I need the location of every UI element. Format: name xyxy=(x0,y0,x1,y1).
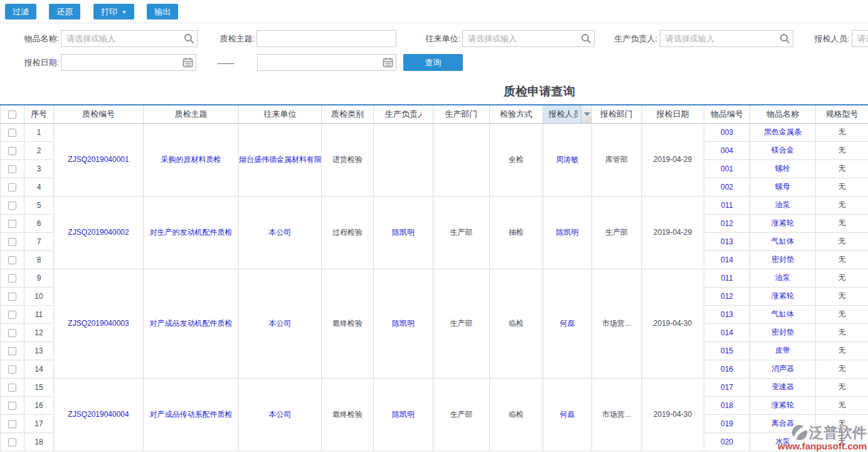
item-name-cell-link[interactable]: 黑色金属条 xyxy=(764,127,802,136)
row-checkbox[interactable] xyxy=(8,420,16,428)
item-name-cell-link[interactable]: 离合器 xyxy=(771,419,794,428)
unit-cell-link[interactable]: 烟台盛伟德金属材料有限公司 xyxy=(239,155,322,164)
inspector-cell-link[interactable]: 周涛敏 xyxy=(556,155,579,164)
item-code-cell-link[interactable]: 013 xyxy=(721,237,733,246)
column-header-3[interactable]: 往来单位 xyxy=(239,105,322,123)
item-name-cell-link[interactable]: 涨紧轮 xyxy=(771,401,794,409)
row-checkbox[interactable] xyxy=(8,183,16,191)
sort-dropdown-button[interactable] xyxy=(581,105,591,123)
row-checkbox[interactable] xyxy=(8,165,16,173)
item-code-cell-link[interactable]: 004 xyxy=(721,146,733,155)
row-checkbox[interactable] xyxy=(8,329,16,337)
search-icon[interactable] xyxy=(184,33,194,44)
row-checkbox[interactable] xyxy=(8,274,16,282)
item-name-cell-link[interactable]: 涨紧轮 xyxy=(771,218,794,227)
item-code-cell-link[interactable]: 019 xyxy=(721,419,733,428)
unit-cell-link[interactable]: 本公司 xyxy=(269,410,292,419)
item-code-cell-link[interactable]: 011 xyxy=(721,274,733,282)
item-code-cell-link[interactable]: 016 xyxy=(721,365,733,374)
date-from-input[interactable] xyxy=(61,54,196,71)
column-header-6[interactable]: 生产部门 xyxy=(433,105,490,123)
inspector-cell-link[interactable]: 何磊 xyxy=(560,410,575,419)
column-header-2[interactable]: 质检主题 xyxy=(144,105,239,123)
item-code-cell-link[interactable]: 014 xyxy=(721,328,733,337)
calendar-icon[interactable] xyxy=(383,57,393,68)
row-checkbox[interactable] xyxy=(8,365,16,374)
item-name-input[interactable] xyxy=(61,30,198,47)
item-code-cell-link[interactable]: 003 xyxy=(721,128,733,137)
column-header-10[interactable]: 报检日期 xyxy=(642,105,704,123)
item-code-cell-link[interactable]: 017 xyxy=(721,383,733,392)
unit-cell-link[interactable]: 本公司 xyxy=(269,319,292,328)
column-header-11[interactable]: 物品编号 xyxy=(704,105,750,123)
producer-cell-link[interactable]: 陈凯明 xyxy=(392,228,415,237)
item-code-cell-link[interactable]: 018 xyxy=(721,401,733,410)
column-header-5[interactable]: 生产负责人 xyxy=(374,105,433,123)
row-checkbox[interactable] xyxy=(8,384,16,392)
filter-button[interactable]: 过滤 xyxy=(5,4,36,19)
producer-cell-link[interactable]: 陈凯明 xyxy=(392,319,415,328)
search-icon[interactable] xyxy=(780,33,790,44)
select-all-checkbox[interactable] xyxy=(8,110,16,119)
column-header-4[interactable]: 质检类别 xyxy=(322,105,374,123)
item-name-cell-link[interactable]: 变速器 xyxy=(771,382,794,391)
inspector-cell-link[interactable]: 何磊 xyxy=(560,319,575,328)
qc-number-cell-link[interactable]: ZJSQ2019040002 xyxy=(68,228,129,237)
item-name-cell-link[interactable]: 密封垫 xyxy=(771,255,794,264)
item-name-cell-link[interactable]: 涨紧轮 xyxy=(771,291,794,300)
item-code-cell-link[interactable]: 001 xyxy=(721,164,733,173)
qc-topic-cell-link[interactable]: 采购的原材料质检 xyxy=(161,155,221,164)
item-code-cell-link[interactable]: 012 xyxy=(721,292,733,301)
output-button[interactable]: 输出 xyxy=(147,4,178,19)
row-checkbox[interactable] xyxy=(8,293,16,301)
qc-number-cell-link[interactable]: ZJSQ2019040003 xyxy=(68,319,129,328)
unit-cell-link[interactable]: 本公司 xyxy=(269,228,292,237)
column-header-13[interactable]: 规格型号 xyxy=(816,105,868,123)
row-checkbox[interactable] xyxy=(8,311,16,319)
item-name-cell-link[interactable]: 气缸体 xyxy=(771,309,794,318)
item-name-cell-link[interactable]: 螺母 xyxy=(775,182,790,191)
item-code-cell-link[interactable]: 014 xyxy=(721,256,733,264)
row-checkbox[interactable] xyxy=(8,256,16,264)
column-header-7[interactable]: 检验方式 xyxy=(490,105,543,123)
item-code-cell-link[interactable]: 013 xyxy=(721,310,733,319)
column-header-9[interactable]: 报检部门 xyxy=(592,105,642,123)
search-button[interactable]: 查询 xyxy=(403,54,463,71)
row-checkbox[interactable] xyxy=(8,202,16,210)
column-header-1[interactable]: 质检编号 xyxy=(54,105,144,123)
item-name-cell-link[interactable]: 水泵 xyxy=(775,437,790,446)
qc-number-cell-link[interactable]: ZJSQ2019040004 xyxy=(68,410,129,419)
row-checkbox[interactable] xyxy=(8,147,16,155)
producer-input[interactable] xyxy=(660,30,793,47)
print-button[interactable]: 打印▼ xyxy=(93,4,134,19)
item-name-cell-link[interactable]: 镁合金 xyxy=(771,146,794,154)
item-name-cell-link[interactable]: 消声器 xyxy=(771,364,794,373)
item-code-cell-link[interactable]: 015 xyxy=(721,347,733,355)
item-name-cell-link[interactable]: 螺栓 xyxy=(775,164,790,173)
qc-topic-input[interactable] xyxy=(257,30,396,47)
row-checkbox[interactable] xyxy=(8,438,16,446)
calendar-icon[interactable] xyxy=(183,57,193,68)
qc-topic-cell-link[interactable]: 对产成品发动机配件质检 xyxy=(150,319,233,328)
search-icon[interactable] xyxy=(581,33,591,44)
item-code-cell-link[interactable]: 020 xyxy=(721,438,733,446)
item-name-cell-link[interactable]: 油泵 xyxy=(775,200,790,209)
item-code-cell-link[interactable]: 011 xyxy=(721,201,733,210)
qc-number-cell-link[interactable]: ZJSQ2019040001 xyxy=(68,155,129,164)
qc-topic-cell-link[interactable]: 对产成品传动系配件质检 xyxy=(150,410,233,419)
inspector-cell-link[interactable]: 陈凯明 xyxy=(556,228,579,237)
column-header-8[interactable]: 报检人员 xyxy=(543,105,592,123)
column-header-0[interactable]: 序号 xyxy=(24,105,54,123)
row-checkbox[interactable] xyxy=(8,220,16,228)
item-name-cell-link[interactable]: 皮带 xyxy=(775,346,790,355)
item-code-cell-link[interactable]: 012 xyxy=(721,219,733,228)
item-code-cell-link[interactable]: 002 xyxy=(721,183,733,191)
restore-button[interactable]: 还原 xyxy=(49,4,80,19)
producer-cell-link[interactable]: 陈凯明 xyxy=(392,410,415,419)
item-name-cell-link[interactable]: 油泵 xyxy=(775,273,790,282)
column-header-12[interactable]: 物品名称 xyxy=(750,105,816,123)
row-checkbox[interactable] xyxy=(8,402,16,410)
unit-input[interactable] xyxy=(462,30,595,47)
date-to-input[interactable] xyxy=(257,54,396,71)
row-checkbox[interactable] xyxy=(8,129,16,137)
